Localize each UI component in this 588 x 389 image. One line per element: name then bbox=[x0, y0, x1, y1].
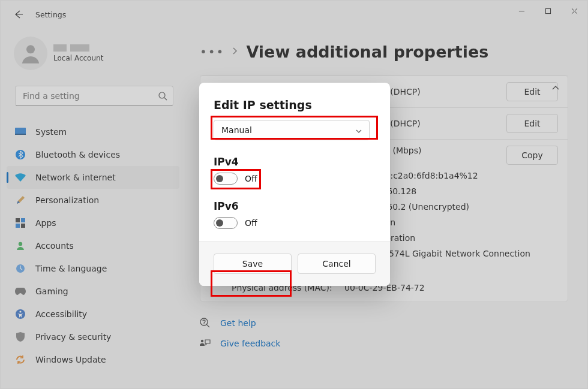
save-button[interactable]: Save bbox=[214, 254, 292, 274]
cancel-button[interactable]: Cancel bbox=[298, 254, 376, 274]
dropdown-value: Manual bbox=[221, 125, 252, 135]
chevron-down-icon bbox=[356, 125, 362, 135]
edit-ip-settings-dialog: Edit IP settings Manual IPv4 Off IPv6 Of… bbox=[199, 83, 390, 286]
dialog-title: Edit IP settings bbox=[214, 98, 376, 111]
ipv6-toggle-label: Off bbox=[245, 218, 257, 228]
ipv6-heading: IPv6 bbox=[214, 200, 376, 212]
ipv4-toggle[interactable] bbox=[214, 173, 238, 185]
ipv4-heading: IPv4 bbox=[214, 156, 376, 168]
settings-window: Settings Local Account bbox=[0, 0, 588, 389]
ip-mode-dropdown[interactable]: Manual bbox=[214, 120, 370, 140]
ipv4-toggle-label: Off bbox=[245, 174, 257, 183]
ipv6-toggle[interactable] bbox=[214, 217, 238, 229]
